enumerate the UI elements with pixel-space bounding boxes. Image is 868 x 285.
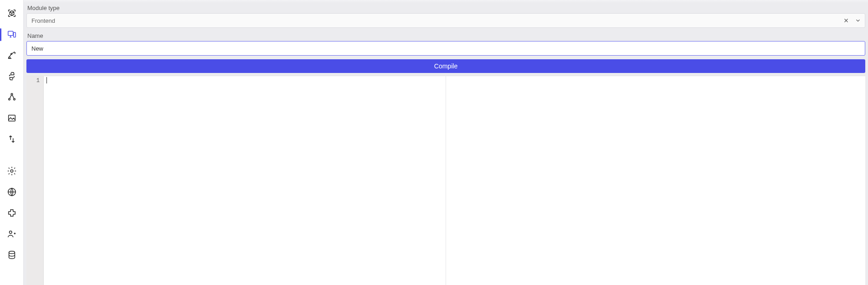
- settings-icon: [7, 166, 17, 177]
- svg-rect-0: [8, 31, 13, 35]
- python-icon: [7, 71, 17, 83]
- module-type-label: Module type: [26, 3, 865, 13]
- svg-point-4: [10, 73, 11, 73]
- sidebar-item-image-edit[interactable]: [4, 110, 20, 127]
- robot-arm-icon: [7, 50, 17, 62]
- compile-button[interactable]: Compile: [26, 59, 865, 73]
- sidebar-item-nodes[interactable]: [4, 89, 20, 106]
- nodes-icon: [7, 92, 17, 104]
- svg-point-12: [9, 231, 12, 233]
- svg-point-5: [12, 78, 13, 78]
- users-icon: [7, 229, 17, 240]
- name-input[interactable]: [26, 41, 865, 56]
- select-controls: [842, 16, 862, 25]
- main-panel: Module type Frontend Name Compile 1: [24, 0, 868, 285]
- svg-rect-1: [13, 32, 15, 37]
- extension-icon: [7, 208, 17, 219]
- sidebar-item-extension[interactable]: [4, 205, 20, 222]
- svg-rect-9: [8, 115, 15, 121]
- svg-point-8: [13, 98, 15, 100]
- svg-point-7: [8, 98, 10, 100]
- globe-icon: [7, 187, 17, 198]
- svg-point-6: [11, 93, 13, 95]
- line-number: 1: [26, 77, 43, 84]
- sidebar-item-transfer[interactable]: [4, 131, 20, 148]
- clear-icon[interactable]: [842, 16, 850, 25]
- editor-right-pane[interactable]: [446, 76, 866, 285]
- sidebar-item-database[interactable]: [4, 247, 20, 264]
- sidebar-item-settings[interactable]: [4, 163, 20, 180]
- app-root: Module type Frontend Name Compile 1: [0, 0, 868, 285]
- image-edit-icon: [7, 113, 17, 124]
- svg-point-13: [9, 251, 15, 254]
- editor-gutter: 1: [26, 76, 44, 285]
- module-type-select[interactable]: Frontend: [26, 13, 865, 28]
- sidebar-item-users[interactable]: [4, 226, 20, 243]
- sidebar-item-robot-arm[interactable]: [4, 47, 20, 64]
- editor-textarea-left[interactable]: [44, 76, 446, 285]
- sidebar-item-globe[interactable]: [4, 184, 20, 201]
- editor-caret: [46, 77, 47, 83]
- module-type-value: Frontend: [31, 17, 55, 24]
- code-editor: 1: [26, 76, 865, 285]
- chevron-down-icon[interactable]: [854, 16, 862, 25]
- database-icon: [7, 250, 17, 261]
- name-label: Name: [26, 31, 865, 41]
- editor-left-pane[interactable]: [44, 76, 446, 285]
- svg-point-10: [10, 170, 13, 172]
- transfer-icon: [7, 134, 17, 145]
- sidebar-item-devices[interactable]: [4, 26, 20, 43]
- sidebar-item-python[interactable]: [4, 68, 20, 85]
- devices-icon: [7, 29, 17, 41]
- sidebar: [0, 0, 24, 285]
- sidebar-item-cube[interactable]: [4, 5, 20, 22]
- cube-icon: [7, 8, 17, 20]
